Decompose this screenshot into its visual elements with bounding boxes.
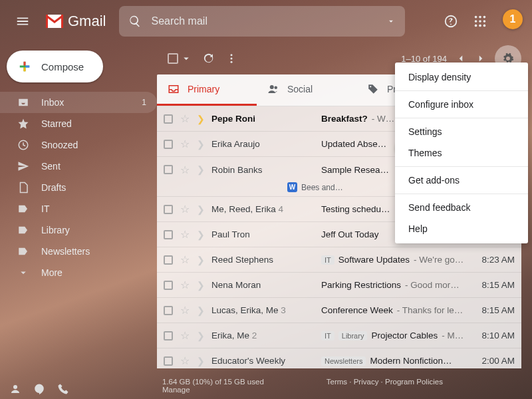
star-toggle[interactable]: ☆ <box>180 164 190 176</box>
importance-icon[interactable]: ❯ <box>197 280 205 291</box>
star-toggle[interactable]: ☆ <box>180 138 190 150</box>
svg-point-16 <box>231 54 233 56</box>
importance-icon[interactable]: ❯ <box>197 255 205 265</box>
sender: Robin Banks <box>211 165 315 175</box>
support-button[interactable] <box>438 8 464 35</box>
mail-row[interactable]: ☆❯Lucas, Erika, Me 3Conference Week - Th… <box>157 298 521 323</box>
sidebar-item-label: Newsletters <box>41 246 90 257</box>
sidebar-item-starred[interactable]: Starred <box>0 113 157 134</box>
row-checkbox[interactable] <box>164 114 173 124</box>
sidebar-item-label: Sent <box>41 161 61 172</box>
sidebar-item-it[interactable]: IT <box>0 198 157 219</box>
sidebar-item-inbox[interactable]: Inbox 1 <box>0 92 157 113</box>
manage-link[interactable]: Manage <box>162 386 190 394</box>
importance-icon[interactable]: ❯ <box>197 331 205 341</box>
importance-icon[interactable]: ❯ <box>197 114 205 124</box>
importance-icon[interactable]: ❯ <box>197 139 205 150</box>
main-menu-button[interactable] <box>9 8 36 35</box>
menu-get-addons[interactable]: Get add-ons <box>395 170 528 191</box>
inbox-icon <box>17 96 29 108</box>
menu-display-density[interactable]: Display density <box>395 66 528 88</box>
sent-icon <box>17 160 29 172</box>
hangouts-icon[interactable] <box>33 383 45 395</box>
star-toggle[interactable]: ☆ <box>180 228 190 241</box>
sidebar-item-label: Inbox <box>41 97 64 108</box>
privacy-link[interactable]: Privacy <box>354 378 379 386</box>
search-icon <box>128 15 142 28</box>
sidebar-item-more[interactable]: More <box>0 262 157 283</box>
time: 8:15 AM <box>472 280 515 290</box>
policies-link[interactable]: Program Policies <box>385 378 443 386</box>
row-checkbox[interactable] <box>164 140 173 149</box>
bottom-icons <box>9 383 69 395</box>
footer-links: Terms · Privacy · Program Policies <box>327 378 443 394</box>
mail-row[interactable]: ☆❯Nena MoranParking Restrictions - Good … <box>157 273 521 298</box>
svg-point-21 <box>370 86 371 87</box>
apps-button[interactable] <box>467 8 493 35</box>
row-checkbox[interactable] <box>164 230 173 239</box>
sidebar-item-snoozed[interactable]: Snoozed <box>0 134 157 156</box>
attachment-name: Bees and… <box>301 183 343 192</box>
star-toggle[interactable]: ☆ <box>180 354 190 367</box>
menu-configure-inbox[interactable]: Configure inbox <box>395 94 528 115</box>
star-toggle[interactable]: ☆ <box>180 329 190 342</box>
word-doc-icon: W <box>287 182 297 192</box>
sidebar-item-sent[interactable]: Sent <box>0 156 157 177</box>
menu-themes[interactable]: Themes <box>395 142 528 164</box>
mail-row[interactable]: ☆❯Educator's WeeklyNewslettersModern Non… <box>157 348 521 368</box>
person-icon[interactable] <box>9 383 21 395</box>
sender: Educator's Weekly <box>211 356 315 366</box>
mail-row[interactable]: ☆❯Reed StephensITSoftware Updates - We'r… <box>157 247 521 273</box>
tab-primary[interactable]: Primary <box>157 74 257 106</box>
star-toggle[interactable]: ☆ <box>180 203 190 215</box>
importance-icon[interactable]: ❯ <box>197 305 205 316</box>
row-checkbox[interactable] <box>164 205 173 214</box>
search-dropdown-icon[interactable] <box>386 17 396 26</box>
menu-settings[interactable]: Settings <box>395 121 528 142</box>
importance-icon[interactable]: ❯ <box>197 164 205 175</box>
row-checkbox[interactable] <box>164 306 173 315</box>
menu-help[interactable]: Help <box>395 218 528 239</box>
menu-send-feedback[interactable]: Send feedback <box>395 197 528 218</box>
terms-link[interactable]: Terms <box>327 378 347 386</box>
importance-icon[interactable]: ❯ <box>197 356 205 366</box>
search-input[interactable] <box>150 15 378 28</box>
sidebar-item-newsletters[interactable]: Newsletters <box>0 241 157 262</box>
select-all[interactable] <box>168 53 192 65</box>
tab-social[interactable]: Social <box>257 74 356 106</box>
svg-point-18 <box>231 61 233 63</box>
star-toggle[interactable]: ☆ <box>180 279 190 291</box>
search-box[interactable] <box>119 6 405 37</box>
more-button[interactable] <box>225 53 237 65</box>
svg-rect-12 <box>24 62 26 66</box>
inbox-count: 1 <box>142 98 146 107</box>
sidebar: Compose Inbox 1 Starred Snoozed Sent Dra… <box>0 43 157 283</box>
row-checkbox[interactable] <box>164 281 173 290</box>
svg-point-17 <box>231 58 233 60</box>
time: 8:10 AM <box>472 331 515 340</box>
row-checkbox[interactable] <box>164 331 173 340</box>
clock-icon <box>17 139 29 151</box>
row-checkbox[interactable] <box>164 356 173 366</box>
importance-icon[interactable]: ❯ <box>197 229 205 240</box>
plus-icon <box>16 58 33 75</box>
row-checkbox[interactable] <box>164 255 173 265</box>
row-checkbox[interactable] <box>164 165 173 174</box>
svg-rect-14 <box>24 67 26 71</box>
sidebar-item-library[interactable]: Library <box>0 219 157 241</box>
phone-icon[interactable] <box>57 383 69 395</box>
importance-icon[interactable]: ❯ <box>197 204 205 215</box>
tab-label: Primary <box>188 84 219 94</box>
svg-point-3 <box>475 16 477 19</box>
star-toggle[interactable]: ☆ <box>180 112 190 125</box>
label-icon <box>17 224 29 236</box>
sidebar-item-drafts[interactable]: Drafts <box>0 177 157 198</box>
svg-point-10 <box>479 25 481 27</box>
star-toggle[interactable]: ☆ <box>180 253 190 266</box>
mail-row[interactable]: ☆❯Erika, Me 2ITLibraryProjector Cables -… <box>157 323 521 348</box>
compose-button[interactable]: Compose <box>7 51 103 82</box>
svg-point-4 <box>479 16 481 19</box>
svg-point-11 <box>483 25 486 27</box>
refresh-button[interactable] <box>203 53 215 65</box>
star-toggle[interactable]: ☆ <box>180 304 190 317</box>
